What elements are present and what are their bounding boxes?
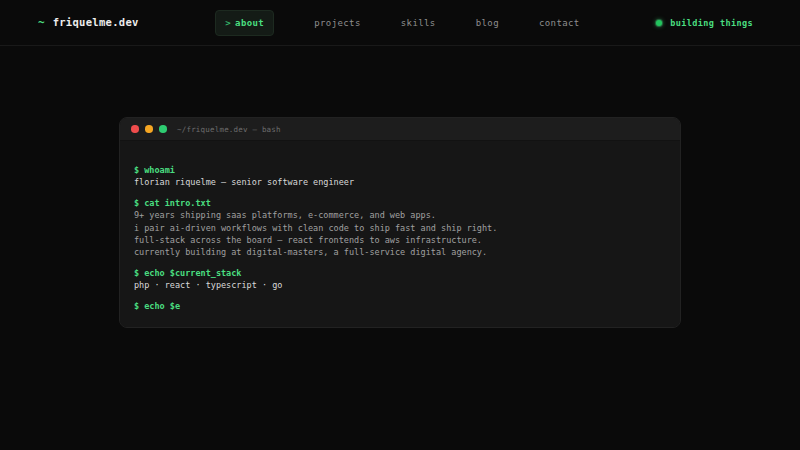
terminal-body[interactable]: $ whoamiflorian riquelme — senior softwa…: [120, 141, 680, 327]
close-window-icon[interactable]: [131, 125, 139, 133]
command-line: $ echo $current_stack: [134, 267, 666, 279]
nav-item-contact[interactable]: contact: [539, 18, 580, 28]
maximize-window-icon[interactable]: [159, 125, 167, 133]
output-line: 9+ years shipping saas platforms, e-comm…: [134, 209, 666, 221]
output-line: php · react · typescript · go: [134, 279, 666, 291]
logo-tilde-icon: ~: [38, 16, 45, 29]
nav-item-label: contact: [539, 18, 580, 28]
terminal-command-group: $ echo $e: [134, 300, 666, 312]
nav-links: >aboutprojectsskillsblogcontact: [215, 10, 579, 36]
output-line: florian riquelme — senior software engin…: [134, 176, 666, 188]
minimize-window-icon[interactable]: [145, 125, 153, 133]
terminal-titlebar: ~/friquelme.dev — bash: [120, 118, 680, 141]
top-nav: ~ friquelme.dev >aboutprojectsskillsblog…: [0, 0, 800, 46]
status-badge: building things: [656, 18, 753, 28]
page: ~ friquelme.dev >aboutprojectsskillsblog…: [0, 0, 800, 328]
main-content: ~/friquelme.dev — bash $ whoamiflorian r…: [0, 46, 800, 328]
status-label: building things: [670, 18, 753, 28]
command-line: $ whoami: [134, 164, 666, 176]
command-line: $ echo $e: [134, 300, 666, 312]
nav-item-label: skills: [401, 18, 436, 28]
output-line: i pair ai-driven workflows with clean co…: [134, 222, 666, 234]
nav-item-label: blog: [476, 18, 499, 28]
command-line: $ cat intro.txt: [134, 197, 666, 209]
nav-item-label: about: [235, 18, 264, 28]
active-prompt-icon: >: [225, 18, 231, 28]
output-line: currently building at digital-masters, a…: [134, 246, 666, 258]
status-dot-icon: [656, 20, 662, 26]
nav-item-label: projects: [314, 18, 361, 28]
nav-item-about[interactable]: >about: [215, 10, 274, 36]
logo-text: friquelme.dev: [53, 16, 139, 28]
nav-item-projects[interactable]: projects: [314, 18, 361, 28]
site-logo[interactable]: ~ friquelme.dev: [38, 16, 139, 29]
nav-item-blog[interactable]: blog: [476, 18, 499, 28]
output-line: full-stack across the board — react fron…: [134, 234, 666, 246]
terminal-title: ~/friquelme.dev — bash: [177, 125, 281, 134]
terminal-command-group: $ whoamiflorian riquelme — senior softwa…: [134, 164, 666, 189]
terminal-command-group: $ cat intro.txt9+ years shipping saas pl…: [134, 197, 666, 259]
terminal-window: ~/friquelme.dev — bash $ whoamiflorian r…: [119, 117, 681, 328]
terminal-command-group: $ echo $current_stackphp · react · types…: [134, 267, 666, 292]
nav-item-skills[interactable]: skills: [401, 18, 436, 28]
